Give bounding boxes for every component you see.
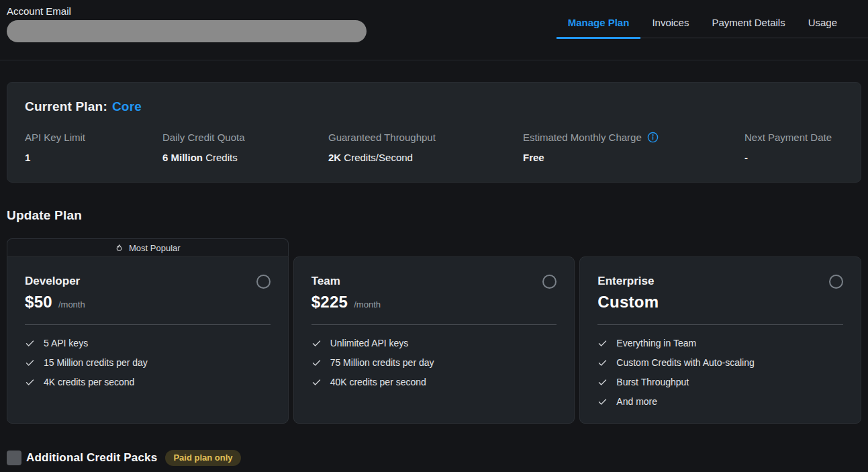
plan-column-developer: Most Popular Developer $50 /month 5 API … <box>7 238 289 424</box>
stat-label: Guaranteed Throughput <box>328 132 436 143</box>
plan-name: Enterprise <box>597 275 654 288</box>
account-email-label: Account Email <box>7 5 367 17</box>
update-plan-heading: Update Plan <box>7 208 861 223</box>
plan-price: $225 <box>311 293 348 312</box>
feature-item: Burst Throughput <box>597 377 843 387</box>
plan-name: Developer <box>25 275 80 288</box>
feature-item: 40K credits per second <box>311 377 557 387</box>
stat-value: Free <box>523 152 744 163</box>
account-email-block: Account Email <box>7 0 367 42</box>
stat-daily-credit-quota: Daily Credit Quota 6 Million Credits <box>162 132 328 163</box>
stat-next-payment-date: Next Payment Date - <box>744 132 843 163</box>
flame-icon <box>115 244 124 252</box>
plan-card-enterprise[interactable]: Enterprise Custom Everything in Team Cus… <box>579 256 861 424</box>
feature-item: Custom Credits with Auto-scaling <box>597 357 843 368</box>
stat-value: 2K Credits/Second <box>328 152 523 163</box>
stat-value: - <box>744 152 843 163</box>
divider <box>25 324 271 325</box>
current-plan-title-prefix: Current Plan: <box>25 99 107 113</box>
check-icon <box>597 338 608 348</box>
tab-bar: Manage Plan Invoices Payment Details Usa… <box>557 0 868 38</box>
feature-item: 75 Million credits per day <box>311 357 557 368</box>
check-icon <box>311 358 322 368</box>
check-icon <box>597 358 608 368</box>
plan-name: Team <box>311 275 340 288</box>
most-popular-label: Most Popular <box>129 243 181 253</box>
feature-item: Everything in Team <box>597 338 843 348</box>
most-popular-band: Most Popular <box>7 238 289 256</box>
plan-price: $50 <box>25 293 52 312</box>
tab-invoices[interactable]: Invoices <box>640 0 700 39</box>
credit-packs-label: Additional Credit Packs <box>26 451 157 465</box>
stat-guaranteed-throughput: Guaranteed Throughput 2K Credits/Second <box>328 132 523 163</box>
feature-item: 15 Million credits per day <box>25 357 271 368</box>
divider <box>311 324 557 325</box>
check-icon <box>597 397 608 407</box>
check-icon <box>597 377 608 387</box>
stat-value: 6 Million Credits <box>162 152 328 163</box>
stat-label: Next Payment Date <box>744 132 832 143</box>
plan-radio-team[interactable] <box>542 275 557 289</box>
feature-list: Unlimited API keys 75 Million credits pe… <box>311 338 557 387</box>
check-icon <box>25 377 35 387</box>
check-icon <box>311 338 322 348</box>
stat-value: 1 <box>25 152 162 163</box>
stat-label: Daily Credit Quota <box>162 132 245 143</box>
credit-packs-checkbox[interactable] <box>7 451 21 465</box>
stat-label: Estimated Monthly Charge <box>523 132 659 143</box>
current-plan-title: Current Plan:Core <box>25 99 843 114</box>
tab-manage-plan[interactable]: Manage Plan <box>557 0 641 39</box>
stat-estimated-monthly-charge: Estimated Monthly Charge Free <box>523 132 744 163</box>
current-plan-stats: API Key Limit 1 Daily Credit Quota 6 Mil… <box>25 132 843 163</box>
info-icon[interactable] <box>647 132 659 143</box>
feature-item: And more <box>597 396 843 407</box>
plan-radio-developer[interactable] <box>256 275 271 289</box>
divider <box>597 324 843 325</box>
plans-row: Most Popular Developer $50 /month 5 API … <box>7 238 861 424</box>
feature-item: Unlimited API keys <box>311 338 557 348</box>
feature-list: 5 API keys 15 Million credits per day 4K… <box>25 338 271 387</box>
stat-api-key-limit: API Key Limit 1 <box>25 132 162 163</box>
feature-item: 5 API keys <box>25 338 271 348</box>
feature-list: Everything in Team Custom Credits with A… <box>597 338 843 407</box>
plan-radio-enterprise[interactable] <box>829 275 843 289</box>
plan-card-developer[interactable]: Developer $50 /month 5 API keys 15 Milli… <box>7 256 289 424</box>
check-icon <box>25 338 35 348</box>
tab-usage[interactable]: Usage <box>797 0 849 39</box>
plan-period: /month <box>58 299 85 310</box>
current-plan-name: Core <box>112 99 142 113</box>
check-icon <box>311 377 322 387</box>
credit-packs-row: Additional Credit Packs Paid plan only <box>7 450 861 466</box>
account-email-input[interactable] <box>7 20 367 42</box>
plan-period: /month <box>354 299 381 310</box>
feature-item: 4K credits per second <box>25 377 271 387</box>
plan-price: Custom <box>597 293 659 312</box>
check-icon <box>25 358 35 368</box>
tab-payment-details[interactable]: Payment Details <box>700 0 796 39</box>
plan-card-team[interactable]: Team $225 /month Unlimited API keys 75 M… <box>293 256 575 424</box>
page-header: Account Email Manage Plan Invoices Payme… <box>0 0 868 60</box>
paid-plan-only-badge: Paid plan only <box>165 450 240 466</box>
current-plan-card: Current Plan:Core API Key Limit 1 Daily … <box>7 82 861 183</box>
stat-label: API Key Limit <box>25 132 85 143</box>
